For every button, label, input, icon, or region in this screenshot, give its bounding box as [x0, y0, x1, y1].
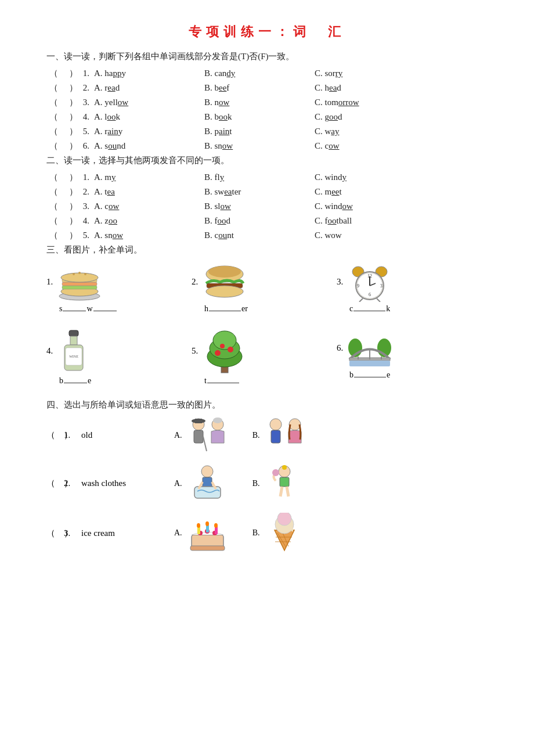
bracket-space: ）: [60, 126, 74, 137]
svg-point-12: [206, 286, 243, 297]
s2-row-4: （ ） 4. A. zoo B. food C. football: [46, 215, 488, 226]
s4-option-2a: A.: [174, 465, 229, 502]
young-couple-icon: [263, 416, 306, 454]
row-num: 1.: [74, 69, 89, 78]
pic-item-2: 2. her: [192, 261, 337, 314]
row-num: 2.: [74, 187, 89, 197]
svg-point-51: [270, 419, 282, 430]
svg-rect-52: [271, 430, 280, 443]
row-num: 3.: [74, 98, 89, 107]
bracket: （: [46, 172, 60, 183]
s4-option-1b: B.: [252, 416, 307, 454]
col-b: B. snow: [204, 141, 315, 151]
word-blank-6: be: [349, 370, 390, 380]
col-b: B. now: [204, 98, 315, 107]
svg-point-72: [197, 523, 200, 528]
col-b: B. book: [204, 112, 315, 122]
svg-rect-45: [194, 430, 203, 443]
s4-row-2: （ ） 2. wash clothes A.: [46, 465, 488, 502]
svg-point-74: [214, 523, 218, 528]
bracket-space: ）: [60, 215, 74, 226]
hamburger-icon: [201, 261, 248, 302]
svg-point-64: [282, 465, 287, 470]
col-b: B. count: [204, 231, 315, 240]
svg-line-23: [359, 298, 363, 302]
svg-point-6: [73, 273, 75, 275]
section1-instruction: 一、读一读，判断下列各组中单词画线部分发音是(T)否(F)一致。: [46, 51, 488, 62]
bracket: （: [46, 126, 60, 137]
col-a: A. sound: [94, 141, 204, 151]
bracket: （: [46, 111, 60, 123]
col-a: A. happy: [94, 69, 204, 78]
svg-rect-25: [69, 330, 78, 336]
col-b: B. candy: [204, 69, 315, 78]
svg-text:3: 3: [380, 283, 383, 289]
tree-icon: [201, 327, 248, 374]
bracket: （: [46, 82, 60, 93]
s4-option-3b: B.: [252, 513, 307, 553]
col-b: B. food: [204, 216, 315, 226]
svg-point-33: [213, 331, 236, 350]
bracket-space: ）: [60, 230, 74, 241]
s1-row-4: （ ） 4. A. look B. book C. good: [46, 111, 488, 123]
svg-point-35: [228, 347, 233, 352]
bracket-space: ）: [60, 172, 74, 183]
col-b: B. slow: [204, 201, 315, 211]
bracket-space: ）: [60, 68, 74, 79]
col-c: C. way: [315, 127, 425, 136]
old-couple-icon: [186, 416, 229, 454]
svg-point-73: [205, 521, 209, 526]
svg-point-10: [208, 266, 241, 278]
s2-row-2: （ ） 2. A. tea B. sweater C. meet: [46, 186, 488, 197]
row-num: 5.: [74, 231, 89, 240]
bracket-space: ）: [60, 201, 74, 212]
word-blank-2: her: [204, 304, 248, 314]
section3-content: 1.: [46, 261, 488, 386]
svg-point-54: [201, 466, 213, 477]
bottle-icon: WINE: [56, 327, 91, 374]
row-num: 4.: [74, 112, 89, 122]
bracket-space: ）: [60, 141, 74, 152]
svg-line-24: [377, 298, 380, 302]
page: 专项训练一：词 汇 一、读一读，判断下列各组中单词画线部分发音是(T)否(F)一…: [0, 0, 534, 756]
col-b: B. fly: [204, 172, 315, 182]
col-b: B. sweater: [204, 187, 315, 197]
sandwich-icon: [56, 261, 103, 302]
svg-text:6: 6: [369, 292, 371, 297]
col-c: C. sorry: [315, 69, 425, 78]
svg-point-53: [289, 419, 301, 430]
bracket: （: [46, 141, 60, 152]
bracket: （: [46, 230, 60, 241]
svg-line-62: [287, 487, 288, 496]
svg-point-36: [220, 344, 225, 348]
section4-instruction: 四、选出与所给单词或短语意思一致的图片。: [46, 399, 488, 411]
s1-row-2: （ ） 2. A. read B. beef C. head: [46, 82, 488, 93]
col-c: C. cow: [315, 141, 425, 151]
svg-line-48: [203, 437, 207, 451]
bracket-space: ）: [60, 186, 74, 197]
svg-point-34: [215, 350, 221, 356]
row-num: 1.: [74, 172, 89, 182]
bracket: （: [46, 201, 60, 212]
page-title: 专项训练一：词 汇: [46, 23, 488, 41]
s4-option-3a: A.: [174, 514, 229, 552]
s1-row-5: （ ） 5. A. rainy B. paint C. way: [46, 126, 488, 137]
word-blank-4: be: [59, 376, 91, 386]
svg-rect-40: [349, 361, 390, 366]
pic-num-1: 1.: [46, 277, 53, 287]
col-a: A. tea: [94, 187, 204, 197]
clock-icon: 12 6 9 3: [347, 261, 393, 302]
svg-rect-2: [62, 286, 97, 289]
pic-item-3: 3. 12 6 9 3: [337, 261, 464, 314]
row-num: 3.: [74, 201, 89, 211]
col-c: C. meet: [315, 187, 425, 197]
bracket: （: [46, 97, 60, 108]
col-c: C. windy: [315, 172, 425, 182]
col-b: B. beef: [204, 83, 315, 93]
pic-num-6: 6.: [337, 343, 343, 353]
bracket: （: [46, 215, 60, 226]
col-a: A. cow: [94, 201, 204, 211]
col-c: C. wow: [315, 231, 425, 240]
word-blank-5: t: [204, 376, 240, 386]
col-c: C. head: [315, 83, 425, 93]
